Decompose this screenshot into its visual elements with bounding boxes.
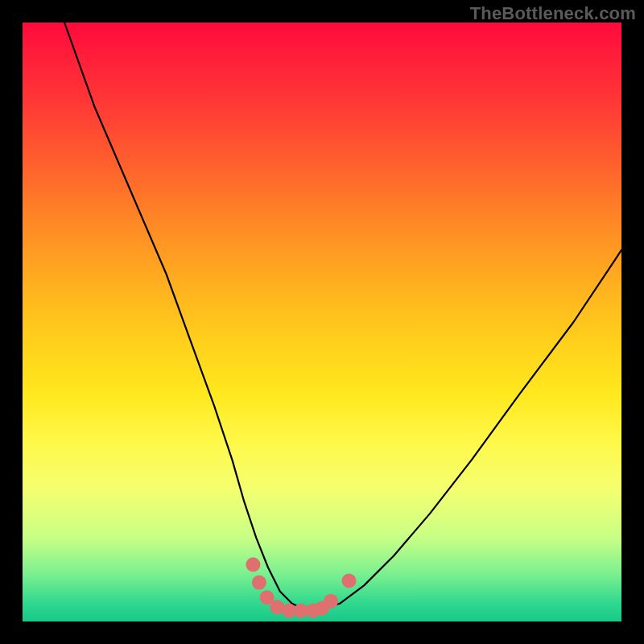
chart-svg: [23, 23, 621, 621]
plot-area: [23, 23, 621, 621]
watermark-text: TheBottleneck.com: [470, 3, 636, 24]
curve-marker: [246, 557, 260, 572]
curve-markers: [246, 557, 356, 617]
curve-marker: [324, 594, 338, 609]
curve-marker: [342, 573, 357, 588]
chart-frame: TheBottleneck.com: [0, 0, 644, 644]
curve-marker: [252, 576, 266, 590]
bottleneck-curve: [64, 23, 621, 609]
bottleneck-curve-path: [64, 23, 621, 609]
